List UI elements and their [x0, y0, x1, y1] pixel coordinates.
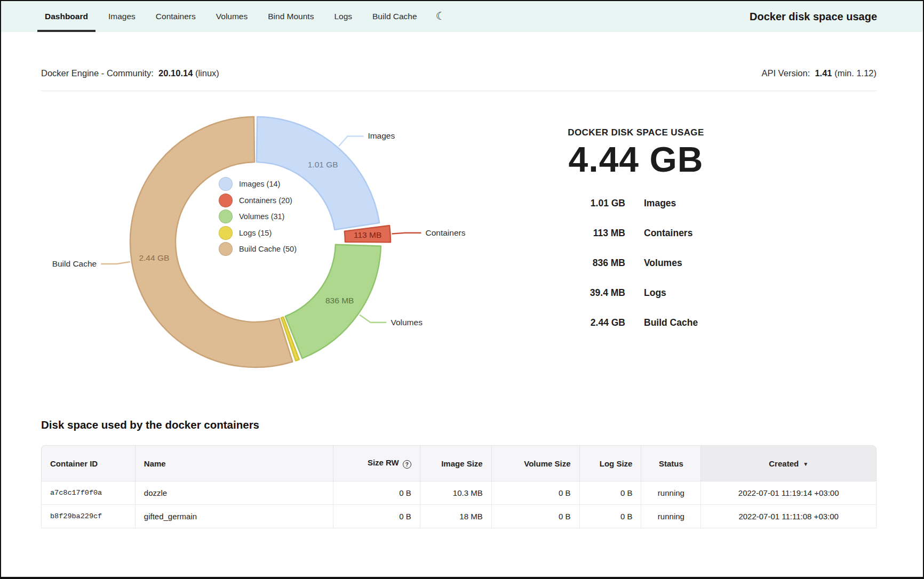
- legend-color-dot: [219, 242, 233, 256]
- callout-label-volumes: Volumes: [391, 318, 423, 327]
- summary-row-logs: 39.4 MBLogs: [545, 287, 727, 299]
- callout-line: [101, 262, 130, 264]
- callout-label-containers: Containers: [425, 228, 465, 237]
- tab-bar: DashboardImagesContainersVolumesBind Mou…: [35, 1, 427, 32]
- summary-label: Containers: [644, 228, 727, 239]
- summary-label: Build Cache: [644, 317, 727, 328]
- column-header-sizerw[interactable]: Size RW?: [333, 445, 420, 481]
- cell-imgsize: 10.3 MB: [420, 481, 491, 505]
- legend-item-label: Logs (15): [239, 229, 272, 237]
- tab-build-cache[interactable]: Build Cache: [365, 1, 425, 32]
- legend-item-label: Volumes (31): [239, 212, 284, 221]
- top-nav-bar: DashboardImagesContainersVolumesBind Mou…: [1, 1, 923, 32]
- column-header-status[interactable]: Status: [641, 445, 700, 481]
- chart-legend: Images (14)Containers (20)Volumes (31)Lo…: [219, 177, 297, 256]
- cell-sizerw: 0 B: [333, 505, 420, 528]
- tab-dashboard[interactable]: Dashboard: [37, 1, 95, 32]
- disk-usage-summary: DOCKER DISK SPACE USAGE 4.44 GB 1.01 GBI…: [545, 127, 727, 347]
- legend-item-label: Images (14): [239, 180, 280, 188]
- summary-label: Images: [644, 198, 727, 209]
- column-header-name[interactable]: Name: [135, 445, 333, 481]
- legend-item-containers[interactable]: Containers (20): [219, 194, 297, 207]
- column-header-imgsize[interactable]: Image Size: [420, 445, 491, 481]
- cell-logsize: 0 B: [579, 505, 641, 528]
- help-circle-icon[interactable]: ?: [403, 460, 411, 469]
- legend-item-label: Containers (20): [239, 196, 292, 205]
- slice-size-label: 836 MB: [325, 296, 354, 305]
- containers-table: Container IDNameSize RW?Image SizeVolume…: [41, 445, 877, 528]
- legend-item-label: Build Cache (50): [239, 245, 297, 253]
- disk-usage-chart-section: 1.01 GBImages113 MBContainers836 MBVolum…: [41, 91, 877, 404]
- cell-volsize: 0 B: [491, 481, 579, 505]
- legend-color-dot: [219, 210, 233, 223]
- engine-info-bar: Docker Engine - Community: 20.10.14 (lin…: [41, 68, 877, 91]
- legend-color-dot: [219, 226, 233, 240]
- cell-sizerw: 0 B: [333, 481, 420, 505]
- column-header-id[interactable]: Container ID: [41, 445, 135, 481]
- tab-logs[interactable]: Logs: [326, 1, 360, 32]
- cell-created: 2022-07-01 11:19:14 +03:00: [700, 481, 877, 505]
- legend-item-build-cache[interactable]: Build Cache (50): [219, 242, 297, 256]
- app-window: DashboardImagesContainersVolumesBind Mou…: [0, 0, 924, 579]
- cell-status: running: [641, 481, 700, 505]
- callout-label-build-cache: Build Cache: [52, 259, 97, 268]
- legend-color-dot: [219, 194, 233, 207]
- cell-name: dozzle: [135, 481, 333, 505]
- cell-status: running: [641, 505, 700, 528]
- slice-size-label: 113 MB: [354, 230, 381, 239]
- summary-row-build-cache: 2.44 GBBuild Cache: [545, 317, 727, 328]
- table-row: a7c8c17f0f0adozzle0 B10.3 MB0 B0 Brunnin…: [41, 481, 877, 505]
- cell-imgsize: 18 MB: [420, 505, 491, 528]
- table-header-row: Container IDNameSize RW?Image SizeVolume…: [41, 445, 877, 481]
- legend-item-images[interactable]: Images (14): [219, 177, 297, 191]
- dark-mode-moon-icon[interactable]: ☾: [431, 1, 451, 31]
- api-version-text: API Version: 1.41 (min. 1.12): [761, 68, 877, 78]
- app-title: Docker disk space usage: [750, 1, 877, 32]
- summary-row-containers: 113 MBContainers: [545, 228, 727, 239]
- slice-size-label: 2.44 GB: [139, 253, 169, 262]
- cell-logsize: 0 B: [579, 481, 641, 505]
- containers-table-title: Disk space used by the docker containers: [41, 419, 877, 431]
- callout-line: [360, 315, 386, 322]
- tab-volumes[interactable]: Volumes: [209, 1, 255, 32]
- summary-row-images: 1.01 GBImages: [545, 198, 727, 209]
- tab-containers[interactable]: Containers: [148, 1, 203, 32]
- summary-row-volumes: 836 MBVolumes: [545, 258, 727, 269]
- table-row: b8f29ba229cfgifted_germain0 B18 MB0 B0 B…: [41, 505, 877, 528]
- column-header-created[interactable]: Created▼: [700, 445, 877, 481]
- cell-name: gifted_germain: [135, 505, 333, 528]
- engine-version-text: Docker Engine - Community: 20.10.14 (lin…: [41, 68, 219, 78]
- legend-item-logs[interactable]: Logs (15): [219, 226, 297, 240]
- cell-volsize: 0 B: [491, 505, 579, 528]
- summary-total: 4.44 GB: [545, 139, 727, 180]
- column-header-volsize[interactable]: Volume Size: [491, 445, 579, 481]
- summary-size: 2.44 GB: [545, 317, 625, 328]
- tab-bind-mounts[interactable]: Bind Mounts: [260, 1, 321, 32]
- slice-size-label: 1.01 GB: [308, 160, 338, 169]
- summary-size: 39.4 MB: [545, 287, 625, 299]
- main-content: Docker Engine - Community: 20.10.14 (lin…: [1, 68, 923, 528]
- callout-line: [339, 136, 363, 146]
- summary-size: 1.01 GB: [545, 198, 625, 209]
- summary-size: 836 MB: [545, 258, 625, 269]
- summary-label: Volumes: [644, 258, 727, 269]
- column-header-logsize[interactable]: Log Size: [579, 445, 641, 481]
- summary-label: Logs: [644, 287, 727, 299]
- callout-line: [392, 233, 421, 234]
- callout-label-images: Images: [368, 131, 395, 140]
- table-body: a7c8c17f0f0adozzle0 B10.3 MB0 B0 Brunnin…: [41, 481, 877, 528]
- cell-id: b8f29ba229cf: [41, 505, 135, 528]
- summary-title: DOCKER DISK SPACE USAGE: [545, 127, 727, 138]
- legend-color-dot: [219, 177, 233, 191]
- cell-id: a7c8c17f0f0a: [41, 481, 135, 505]
- sort-desc-icon: ▼: [803, 461, 808, 467]
- summary-rows: 1.01 GBImages113 MBContainers836 MBVolum…: [545, 198, 727, 328]
- cell-created: 2022-07-01 11:11:08 +03:00: [700, 505, 877, 528]
- tab-images[interactable]: Images: [101, 1, 143, 32]
- legend-item-volumes[interactable]: Volumes (31): [219, 210, 297, 223]
- summary-size: 113 MB: [545, 228, 625, 239]
